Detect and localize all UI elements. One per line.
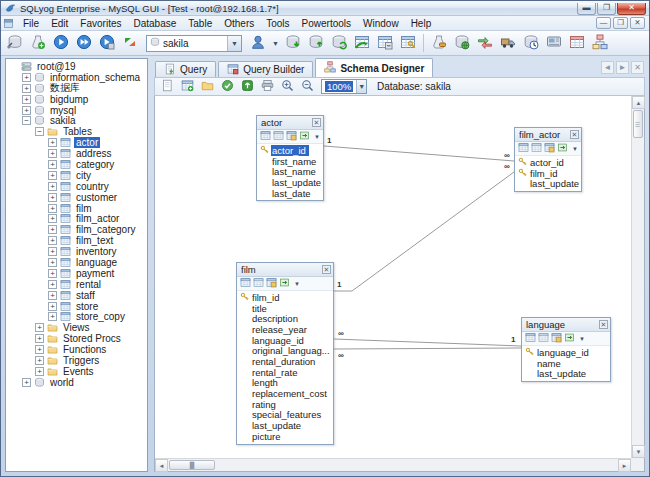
entity-close-icon[interactable]: ✕ — [322, 265, 331, 274]
entity-column-release_year[interactable]: release_year — [237, 324, 333, 335]
export-image-button[interactable] — [238, 78, 257, 95]
scroll-down-icon[interactable]: ▼ — [632, 445, 645, 458]
menu-item-file[interactable]: File — [17, 17, 45, 30]
mdi-restore-button[interactable]: ❐ — [613, 17, 628, 29]
print-button[interactable] — [258, 78, 277, 95]
manage-keys-button[interactable] — [266, 277, 277, 290]
entity-column-rating[interactable]: rating — [237, 399, 333, 410]
tree-item-world[interactable]: +world — [6, 377, 147, 388]
tree-item-_[interactable]: +数据库 — [6, 83, 147, 94]
entity-column-last_name[interactable]: last_name — [257, 166, 323, 177]
tree-expander-plus-icon[interactable]: + — [35, 334, 44, 343]
tree-item-events[interactable]: +Events — [6, 366, 147, 377]
entity-film[interactable]: film✕▼film_idtitledescriptionrelease_yea… — [236, 262, 334, 445]
migrate-database-button[interactable] — [497, 33, 519, 54]
entity-column-rental_rate[interactable]: rental_rate — [237, 367, 333, 378]
tree-item-film_actor[interactable]: +film_actor — [6, 213, 147, 224]
user-manager-dropdown-icon[interactable]: ▼ — [270, 40, 281, 47]
tree-expander-plus-icon[interactable]: + — [48, 138, 57, 147]
tree-expander-plus-icon[interactable]: + — [48, 236, 57, 245]
menu-item-favorites[interactable]: Favorites — [74, 17, 127, 30]
entity-actor[interactable]: actor✕▼actor_idfirst_namelast_namelast_u… — [256, 115, 324, 201]
tree-expander-plus-icon[interactable]: + — [48, 171, 57, 180]
mdi-minimize-button[interactable]: — — [596, 17, 611, 29]
menu-item-window[interactable]: Window — [357, 17, 405, 30]
empty-database-button[interactable] — [428, 33, 450, 54]
tree-expander-plus-icon[interactable]: + — [48, 247, 57, 256]
flush-table-button[interactable] — [566, 33, 588, 54]
minimize-button[interactable]: ▬ — [577, 3, 596, 15]
tree-item-film[interactable]: +film — [6, 203, 147, 214]
database-select-dropdown-icon[interactable]: ▼ — [227, 36, 241, 51]
tree-item-actor[interactable]: +actor — [6, 137, 147, 148]
tree-expander-plus-icon[interactable]: + — [35, 345, 44, 354]
tab-close-icon[interactable]: ✕ — [631, 61, 644, 74]
open-schema-button[interactable] — [198, 78, 217, 95]
sync-database-button[interactable] — [328, 33, 350, 54]
tree-item-views[interactable]: +Views — [6, 322, 147, 333]
tree-expander-plus-icon[interactable]: + — [35, 356, 44, 365]
entity-more-options-icon[interactable]: ▼ — [577, 336, 587, 342]
entity-column-film_id[interactable]: film_id — [237, 292, 333, 303]
tab-schema-designer[interactable]: Schema Designer — [315, 58, 433, 77]
menu-item-help[interactable]: Help — [405, 17, 438, 30]
zoom-in-button[interactable] — [278, 78, 297, 95]
menu-item-edit[interactable]: Edit — [45, 17, 74, 30]
execute-all-queries-button[interactable] — [73, 33, 95, 54]
tree-expander-plus-icon[interactable]: + — [48, 258, 57, 267]
entity-close-icon[interactable]: ✕ — [599, 320, 608, 329]
export-table-button[interactable] — [299, 130, 310, 143]
copy-column-button[interactable] — [273, 130, 284, 143]
entity-column-replacement_cost[interactable]: replacement_cost — [237, 388, 333, 399]
alter-table-button[interactable] — [240, 277, 251, 290]
tree-item-address[interactable]: +address — [6, 148, 147, 159]
tree-expander-plus-icon[interactable]: + — [48, 280, 57, 289]
entity-film_actor[interactable]: film_actor✕▼actor_idfilm_idlast_update — [514, 127, 582, 192]
entity-column-last_update[interactable]: last_update — [257, 177, 323, 188]
tree-item-stored_procs[interactable]: +Stored Procs — [6, 333, 147, 344]
tree-item-language[interactable]: +language — [6, 257, 147, 268]
tree-item-payment[interactable]: +payment — [6, 268, 147, 279]
entity-column-title[interactable]: title — [237, 303, 333, 314]
tree-item-store_copy[interactable]: +store_copy — [6, 311, 147, 322]
tab-query[interactable]: Query — [155, 61, 216, 77]
tree-item-city[interactable]: +city — [6, 170, 147, 181]
tree-item-triggers[interactable]: +Triggers — [6, 355, 147, 366]
tree-expander-plus-icon[interactable]: + — [48, 160, 57, 169]
database-select[interactable]: sakila▼ — [146, 35, 242, 52]
entity-column-last_update[interactable]: last_update — [237, 420, 333, 431]
copy-column-button[interactable] — [253, 277, 264, 290]
tree-expander-plus-icon[interactable]: + — [35, 323, 44, 332]
database-sync-button[interactable] — [451, 33, 473, 54]
tree-expander-minus-icon[interactable]: − — [35, 127, 44, 136]
copy-table-button[interactable] — [351, 33, 373, 54]
entity-column-description[interactable]: description — [237, 313, 333, 324]
notifications-button[interactable] — [543, 33, 565, 54]
tree-expander-plus-icon[interactable]: + — [48, 204, 57, 213]
entity-close-icon[interactable]: ✕ — [570, 130, 579, 139]
entity-header[interactable]: actor✕ — [257, 116, 323, 130]
menu-item-table[interactable]: Table — [182, 17, 218, 30]
entity-column-actor_id[interactable]: actor_id — [515, 157, 581, 168]
tab-scroll-left-icon[interactable]: ◄ — [601, 61, 614, 74]
tree-expander-plus-icon[interactable]: + — [48, 225, 57, 234]
tree-item-root_19[interactable]: root@19 — [6, 61, 147, 72]
entity-column-name[interactable]: name — [522, 358, 610, 369]
relationship-line-film-language[interactable] — [334, 348, 521, 349]
tree-expander-plus-icon[interactable]: + — [48, 312, 57, 321]
tree-expander-plus-icon[interactable]: + — [48, 291, 57, 300]
alter-table-button[interactable] — [525, 332, 536, 345]
tree-item-store[interactable]: +store — [6, 301, 147, 312]
copy-column-button[interactable] — [538, 332, 549, 345]
scroll-left-icon[interactable]: ◄ — [155, 459, 168, 472]
entity-language[interactable]: language✕▼language_idnamelast_update — [521, 317, 611, 382]
manage-keys-button[interactable] — [286, 130, 297, 143]
new-connection-button[interactable] — [27, 33, 49, 54]
alter-table-button[interactable] — [260, 130, 271, 143]
tree-item-staff[interactable]: +staff — [6, 290, 147, 301]
scroll-right-icon[interactable]: ► — [618, 459, 631, 472]
tree-item-film_category[interactable]: +film_category — [6, 224, 147, 235]
tree-item-tables[interactable]: −Tables — [6, 126, 147, 137]
data-compare-button[interactable] — [474, 33, 496, 54]
vertical-scrollbar[interactable]: ▲ ☰ ▼ — [631, 96, 644, 458]
